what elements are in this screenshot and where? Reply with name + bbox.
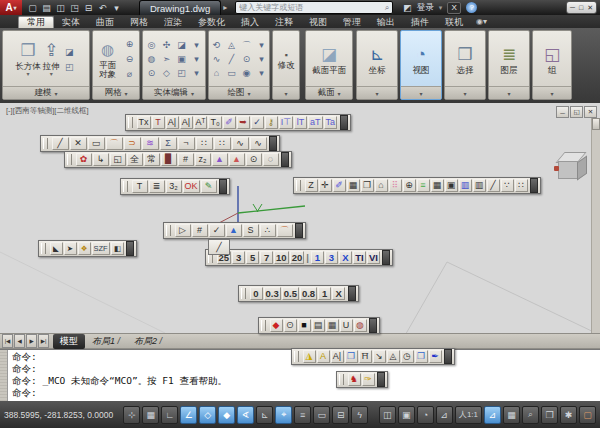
search-input[interactable]: 键入关键字或短语 ⌕ — [235, 1, 393, 14]
text-toolbar-icon[interactable]: Tx — [137, 116, 151, 129]
solid-editing-tool[interactable]: ▾ — [189, 39, 204, 52]
status-right-button[interactable]: ◔ — [417, 406, 434, 424]
draw-order-icon[interactable]: ↘ — [373, 350, 386, 363]
document-caret-icon[interactable]: ▸ — [223, 3, 227, 12]
help-button[interactable]: ? — [466, 2, 477, 13]
dimension-toolbar-icon[interactable]: S — [243, 224, 259, 237]
text-format-icon[interactable]: T — [132, 180, 148, 193]
solid-editing-tool[interactable]: ◍ — [144, 53, 159, 66]
draw-toolbar-icon[interactable]: ∷ — [214, 137, 231, 150]
status-right-button[interactable]: ▢ — [579, 406, 596, 424]
layout-nav-button[interactable]: ▶| — [38, 334, 49, 348]
quick-access-icon[interactable]: ◳ — [68, 2, 81, 14]
draw-tool[interactable]: ▾ — [254, 53, 269, 66]
layout-tab[interactable]: 布局2 — [127, 334, 169, 349]
draw-order-icon[interactable]: ◬ — [387, 350, 400, 363]
text-toolbar-icon[interactable]: ✓ — [251, 116, 264, 129]
quick-access-icon[interactable]: ⊟ — [82, 2, 95, 14]
exchange-button[interactable]: X — [447, 2, 461, 14]
toolbar-draw-order[interactable]: ◮AA|❐Ħ↘◬◷❐✒ — [291, 348, 455, 365]
modify-panel-label[interactable]: ▾ — [273, 86, 299, 99]
view-tools-icon[interactable]: ✛ — [319, 179, 332, 192]
modeling-small-tool[interactable]: ◰ — [62, 60, 77, 73]
snap-toolbar-icon[interactable]: ⊙ — [246, 153, 262, 166]
dimension-toolbar-icon[interactable]: ▷ — [175, 224, 191, 237]
solid-editing-tool[interactable]: ◰ — [174, 67, 189, 80]
draw-order-icon[interactable]: ❐ — [345, 350, 358, 363]
draw-panel-label[interactable]: 绘图▾ — [209, 86, 269, 99]
status-right-button[interactable]: ⌕ — [522, 406, 539, 424]
text-format-icon[interactable]: ✎ — [201, 180, 217, 193]
status-toggle-button[interactable]: ∢ — [237, 406, 254, 424]
ribbon-tab[interactable]: 实体 — [54, 16, 88, 28]
scale-value-button[interactable]: 1 — [311, 251, 324, 264]
document-title[interactable]: Drawing1.dwg — [139, 0, 221, 15]
mesh-small-tool[interactable]: ⊖ — [122, 53, 137, 66]
text-toolbar-icon[interactable]: ✐ — [223, 116, 236, 129]
view-tools-icon[interactable]: ▥ — [473, 179, 486, 192]
decimal-value-button[interactable]: 0.3 — [264, 287, 281, 300]
planar-object-button[interactable]: ◍ 平面对象 — [95, 39, 120, 79]
status-toggle-button[interactable]: ⊟ — [332, 406, 349, 424]
layers-button[interactable]: ≣ 图层 — [501, 44, 518, 75]
ribbon-tab[interactable]: 注释 — [267, 16, 301, 28]
draw-order-icon[interactable]: ◮ — [303, 350, 316, 363]
draw-toolbar-icon[interactable]: ∿ — [250, 137, 267, 150]
app-logo[interactable]: A▾ — [0, 0, 22, 15]
decimal-value-button[interactable]: 0 — [250, 287, 263, 300]
draw-toolbar-icon[interactable]: ▭ — [88, 137, 105, 150]
mesh-panel-label[interactable]: 网格▾ — [93, 86, 139, 99]
text-toolbar-icon[interactable]: T₀ — [208, 116, 221, 129]
view-tools-icon[interactable]: ⠿ — [389, 179, 402, 192]
draw-toolbar-icon[interactable]: ∿ — [232, 137, 249, 150]
toolbar-mini[interactable]: ♞✑ — [336, 371, 388, 388]
solid-editing-tool[interactable]: ▣ — [174, 53, 189, 66]
mesh-small-tool[interactable]: ⊕ — [122, 38, 137, 51]
groups-panel-label[interactable]: ▾ — [533, 86, 571, 99]
draw-tool[interactable]: ▾ — [254, 39, 269, 52]
draw-toolbar-icon[interactable]: ╱ — [52, 137, 69, 150]
text-toolbar-icon[interactable]: A| — [166, 116, 179, 129]
viewcube[interactable] — [554, 150, 588, 184]
ribbon-tab[interactable]: 管理 — [335, 16, 369, 28]
view-tools-icon[interactable]: ▣ — [445, 179, 458, 192]
view-tools-icon[interactable]: ╱ — [487, 179, 500, 192]
snap-toolbar-icon[interactable]: 常 — [144, 153, 160, 166]
status-right-button[interactable]: ✱ — [560, 406, 577, 424]
text-toolbar-icon[interactable]: I⊤ — [279, 116, 293, 129]
snap-toolbar-icon[interactable]: # — [178, 153, 194, 166]
solid-editing-tool[interactable]: ◪ — [174, 39, 189, 52]
status-right-button[interactable]: 人1:1 — [455, 406, 482, 424]
pencil-button[interactable]: ╱ — [208, 239, 230, 255]
mini-toolbar-icon[interactable]: ✑ — [362, 373, 375, 386]
status-toggle-button[interactable]: ∠ — [180, 406, 197, 424]
draw-toolbar-icon[interactable]: Σ — [160, 137, 177, 150]
window-control-button[interactable]: □ — [579, 4, 583, 11]
layout-tab[interactable]: 模型 — [53, 334, 85, 349]
vertical-scrollbar[interactable] — [591, 118, 600, 333]
ribbon-tab-overflow-icon[interactable]: ◉▾ — [476, 17, 487, 26]
scale-value-button[interactable]: 7 — [260, 251, 273, 264]
sign-in-caret-icon[interactable]: ▾ — [439, 4, 443, 12]
draw-tool[interactable]: ⊙ — [239, 53, 254, 66]
toolbar-object-snap[interactable]: ✿↳◱全常▉#z₂▲▲⊙◌ — [64, 151, 292, 168]
scale-value-button[interactable]: 3 — [232, 251, 245, 264]
layout-nav-button[interactable]: ▶ — [26, 334, 37, 348]
coordinates-button[interactable]: ⊾ 坐标 — [369, 44, 386, 75]
ribbon-tab[interactable]: 渲染 — [156, 16, 190, 28]
text-toolbar-icon[interactable]: ➥ — [237, 116, 250, 129]
misc-toolbar-icon[interactable]: ➤ — [64, 242, 77, 255]
toolbar-text[interactable]: TxTA|A|AᵀT₀✐➥✓⚷I⊤lTaTTa — [125, 114, 351, 131]
solid-editing-tool[interactable]: ⊙ — [144, 67, 159, 80]
render-toolbar-icon[interactable]: U — [340, 319, 353, 332]
misc-toolbar-icon[interactable]: ◧ — [111, 242, 124, 255]
text-format-icon[interactable]: OK — [183, 180, 200, 193]
extrude-tool-button[interactable]: ⇪ 拉伸 ▾ — [43, 40, 60, 77]
draw-tool[interactable]: ▾ — [254, 67, 269, 80]
toolbar-misc[interactable]: ◣➤❖SZF◧ — [38, 240, 137, 257]
snap-toolbar-icon[interactable]: 全 — [127, 153, 143, 166]
search-icon[interactable]: ⌕ — [385, 3, 389, 13]
scale-value-button[interactable]: | — [305, 251, 310, 264]
status-right-button[interactable]: ⊿ — [436, 406, 453, 424]
window-control-button[interactable]: ✕ — [587, 4, 593, 11]
